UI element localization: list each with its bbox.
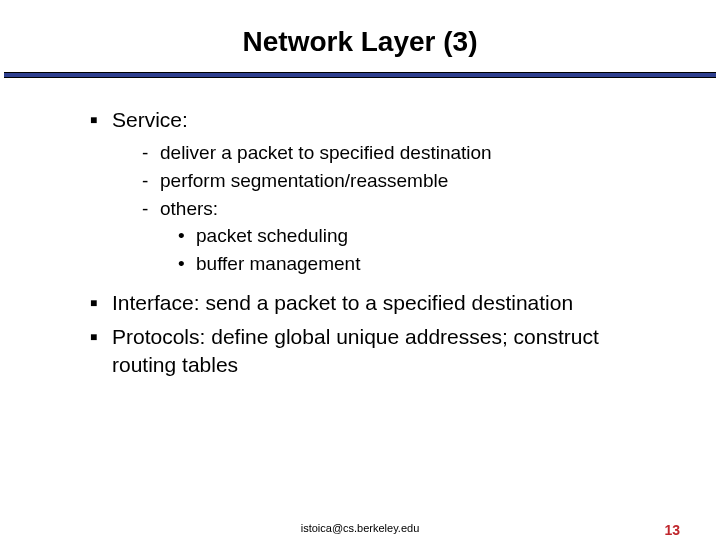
slide: Network Layer (3) Service: deliver a pac… [0, 0, 720, 540]
slide-body: Service: deliver a packet to specified d… [0, 78, 720, 380]
square-bullet-icon [90, 106, 112, 134]
bullet-interface: Interface: send a packet to a specified … [90, 289, 660, 317]
page-number: 13 [664, 522, 680, 538]
list-item: others: [142, 196, 660, 222]
list-text: packet scheduling [196, 223, 348, 249]
bullet-text: Interface: send a packet to a specified … [112, 289, 573, 317]
list-text: deliver a packet to specified destinatio… [160, 140, 492, 166]
square-bullet-icon [90, 289, 112, 317]
list-text: buffer management [196, 251, 360, 277]
service-sublist: deliver a packet to specified destinatio… [90, 140, 660, 276]
list-item: deliver a packet to specified destinatio… [142, 140, 660, 166]
square-bullet-icon [90, 323, 112, 380]
bullet-text: Protocols: define global unique addresse… [112, 323, 660, 380]
bullet-text: Service: [112, 106, 188, 134]
dash-icon [142, 168, 160, 194]
list-text: perform segmentation/reassemble [160, 168, 448, 194]
slide-title: Network Layer (3) [0, 0, 720, 72]
dash-icon [142, 196, 160, 222]
list-item: buffer management [178, 251, 660, 277]
list-text: others: [160, 196, 218, 222]
bullet-protocols: Protocols: define global unique addresse… [90, 323, 660, 380]
dot-icon [178, 251, 196, 277]
bullet-service: Service: [90, 106, 660, 134]
footer-email: istoica@cs.berkeley.edu [0, 522, 720, 534]
dash-icon [142, 140, 160, 166]
list-item: perform segmentation/reassemble [142, 168, 660, 194]
dot-icon [178, 223, 196, 249]
others-sublist: packet scheduling buffer management [142, 223, 660, 276]
list-item: packet scheduling [178, 223, 660, 249]
